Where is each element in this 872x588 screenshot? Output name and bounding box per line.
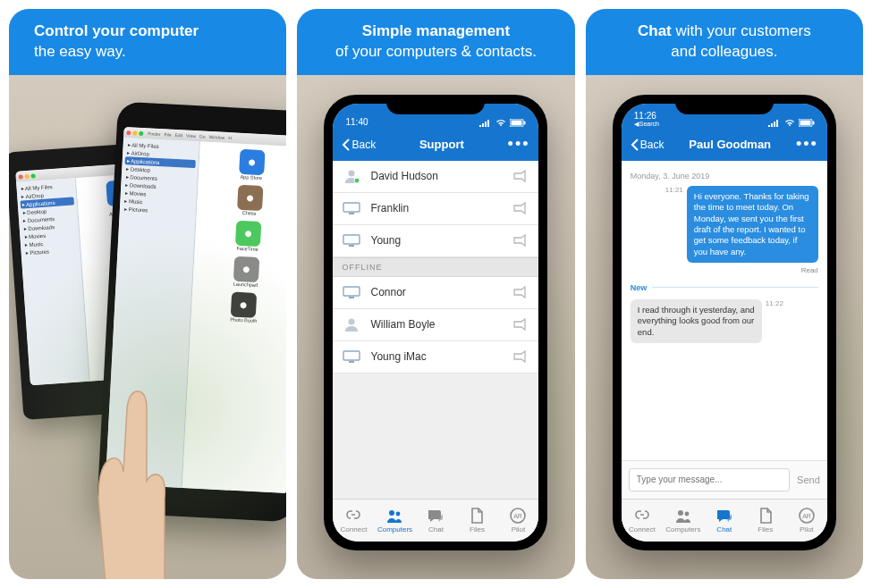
monitor-icon bbox=[342, 200, 361, 216]
zoom-dot-icon bbox=[140, 130, 144, 135]
status-time: 11:40 bbox=[345, 117, 368, 127]
nav-bar: Back Paul Goodman ••• bbox=[622, 129, 827, 161]
contact-row[interactable]: William Boyle bbox=[333, 309, 538, 341]
action-icon[interactable] bbox=[512, 202, 529, 214]
banner-2-light: of your computers & contacts. bbox=[335, 43, 537, 60]
action-icon[interactable] bbox=[512, 234, 529, 247]
chat-input[interactable] bbox=[629, 468, 790, 491]
contact-name: Young iMac bbox=[370, 350, 512, 363]
contact-row[interactable]: Connor bbox=[333, 277, 538, 309]
contact-list[interactable]: David Hudson Franklin Young OFFLINE Conn… bbox=[333, 161, 538, 499]
back-button[interactable]: Back bbox=[342, 139, 376, 151]
wifi-icon bbox=[495, 119, 507, 127]
read-receipt: Read bbox=[631, 266, 818, 274]
back-label: Back bbox=[640, 139, 665, 151]
svg-rect-2 bbox=[524, 121, 526, 124]
tab-chat[interactable]: Chat bbox=[704, 500, 745, 542]
person-icon bbox=[342, 168, 361, 184]
contact-row[interactable]: Young iMac bbox=[333, 341, 538, 374]
breadcrumb-back[interactable]: ◀ Search bbox=[634, 121, 659, 127]
svg-point-11 bbox=[349, 319, 355, 325]
app-label: App Store bbox=[239, 174, 264, 181]
monitor-icon bbox=[342, 284, 361, 300]
pilot-icon: AR bbox=[799, 508, 815, 524]
send-button[interactable]: Send bbox=[797, 475, 820, 485]
app-label: FaceTime bbox=[235, 245, 260, 251]
section-offline: OFFLINE bbox=[333, 257, 538, 277]
link-icon bbox=[634, 508, 650, 524]
svg-rect-10 bbox=[349, 297, 354, 298]
nav-title: Paul Goodman bbox=[665, 138, 796, 151]
close-dot-icon bbox=[127, 130, 131, 134]
app-icon: ● bbox=[237, 185, 263, 211]
tab-computers[interactable]: Computers bbox=[374, 500, 415, 542]
action-icon[interactable] bbox=[512, 286, 529, 298]
message-in: I read through it yesterday, and everyth… bbox=[631, 299, 818, 343]
tab-label: Connect bbox=[341, 525, 368, 533]
banner-2-strong: Simple management bbox=[362, 22, 510, 39]
banner-3-strong: Chat bbox=[638, 22, 672, 39]
app-label: Chess bbox=[237, 210, 262, 216]
tab-label: Pilot bbox=[512, 525, 526, 533]
monitor-icon bbox=[342, 232, 361, 248]
tab-label: Computers bbox=[377, 525, 412, 533]
svg-rect-9 bbox=[343, 287, 360, 296]
tab-label: Computers bbox=[665, 525, 700, 533]
more-button[interactable]: ••• bbox=[508, 135, 530, 154]
app-icon: ● bbox=[235, 221, 261, 247]
tab-files[interactable]: Files bbox=[456, 500, 497, 542]
battery-icon bbox=[799, 119, 815, 127]
nav-title: Support bbox=[376, 138, 507, 151]
chevron-left-icon bbox=[342, 139, 350, 151]
tab-pilot[interactable]: ARPilot bbox=[497, 500, 538, 542]
app-label: Photo Booth bbox=[230, 316, 258, 323]
tab-connect[interactable]: Connect bbox=[622, 500, 663, 542]
svg-point-15 bbox=[396, 511, 401, 516]
svg-rect-20 bbox=[812, 121, 814, 124]
action-icon[interactable] bbox=[512, 170, 529, 182]
new-label: New bbox=[631, 283, 648, 292]
chat-body[interactable]: Monday, 3. June 2019 11:21 Hi everyone. … bbox=[622, 161, 827, 460]
svg-point-21 bbox=[678, 510, 683, 516]
banner-1-light: the easy way. bbox=[34, 43, 126, 60]
banner-2: Simple management of your computers & co… bbox=[297, 9, 574, 75]
new-divider: New bbox=[631, 283, 818, 292]
svg-point-3 bbox=[349, 171, 355, 177]
contact-name: Franklin bbox=[370, 202, 512, 214]
contact-row[interactable]: Franklin bbox=[333, 193, 538, 225]
people-icon bbox=[674, 508, 692, 524]
svg-rect-5 bbox=[343, 203, 360, 212]
contact-row[interactable]: David Hudson bbox=[333, 161, 538, 193]
contact-row[interactable]: Young bbox=[333, 225, 538, 257]
back-button[interactable]: Back bbox=[631, 139, 665, 151]
tab-computers[interactable]: Computers bbox=[663, 500, 704, 542]
finder-window-phone: FinderFileEditViewGoWindowH ▸ All My Fil… bbox=[106, 127, 286, 493]
chat-icon bbox=[427, 508, 444, 524]
tab-label: Pilot bbox=[800, 525, 814, 533]
phone-mockup-1: FinderFileEditViewGoWindowH ▸ All My Fil… bbox=[97, 101, 286, 522]
contact-name: Connor bbox=[370, 286, 512, 298]
monitor-icon bbox=[342, 349, 361, 365]
nav-bar: Back Support ••• bbox=[333, 129, 538, 161]
more-button[interactable]: ••• bbox=[796, 135, 818, 154]
chat-date: Monday, 3. June 2019 bbox=[631, 172, 818, 181]
contact-name: Young bbox=[370, 234, 512, 247]
app-icon: ● bbox=[239, 149, 265, 175]
chevron-left-icon bbox=[631, 139, 639, 151]
tab-label: Chat bbox=[428, 525, 444, 533]
message-out: 11:21 Hi everyone. Thanks for taking the… bbox=[631, 186, 818, 263]
svg-text:AR: AR bbox=[514, 513, 523, 519]
iphone-mockup-2: 11:40 Back Support ••• David Hudson bbox=[324, 95, 547, 550]
action-icon[interactable] bbox=[512, 318, 529, 331]
tab-files[interactable]: Files bbox=[745, 500, 786, 542]
battery-icon bbox=[510, 119, 526, 127]
banner-3-light-b: and colleagues. bbox=[671, 43, 777, 60]
action-icon[interactable] bbox=[512, 350, 529, 363]
message-time: 11:22 bbox=[766, 299, 783, 307]
tab-label: Connect bbox=[629, 525, 656, 533]
signal-icon bbox=[768, 119, 781, 127]
tab-chat[interactable]: Chat bbox=[415, 500, 456, 542]
tab-pilot[interactable]: ARPilot bbox=[786, 500, 827, 542]
tab-connect[interactable]: Connect bbox=[333, 500, 374, 542]
svg-rect-13 bbox=[349, 361, 354, 363]
